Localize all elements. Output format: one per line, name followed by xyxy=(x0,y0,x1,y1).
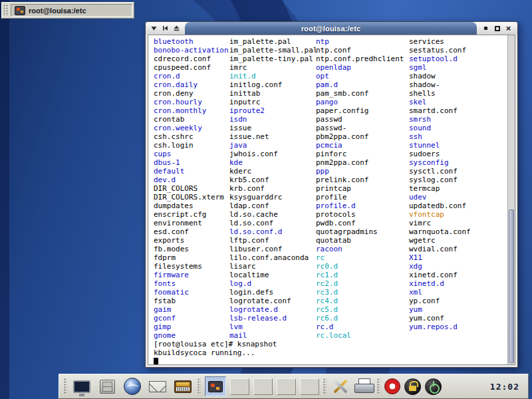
arrow-down-icon[interactable] xyxy=(150,24,158,33)
file-entry-dev.d: dev.d xyxy=(154,176,229,184)
pager-desktop-1[interactable] xyxy=(230,378,249,395)
terminal-output: bluetoothbonobo-activationcdrecord.confc… xyxy=(148,35,507,364)
file-entry-ldap.conf: ldap.conf xyxy=(229,201,317,210)
file-entry-profile.d: profile.d xyxy=(316,201,404,210)
scrollbar-thumb[interactable] xyxy=(509,209,514,363)
file-entry-pbm2ppa.conf: pbm2ppa.conf xyxy=(316,132,404,141)
terminal-screen[interactable]: bluetoothbonobo-activationcdrecord.confc… xyxy=(148,35,515,365)
file-entry-syslog.conf: syslog.conf xyxy=(409,176,471,184)
file-entry-ld.so.conf.d: ld.so.conf.d xyxy=(229,227,317,236)
file-entry-rc0.d: rc0.d xyxy=(316,262,404,271)
file-entry-termcap: termcap xyxy=(409,184,471,193)
file-entry-krb5.conf: krb5.conf xyxy=(229,176,317,184)
file-entry-rc.local: rc.local xyxy=(316,331,404,340)
file-column-1: bluetoothbonobo-activationcdrecord.confc… xyxy=(154,37,229,340)
file-entry-paper.config: paper.config xyxy=(316,106,404,115)
file-entry-logrotate.conf: logrotate.conf xyxy=(229,297,317,305)
panel-handle[interactable] xyxy=(64,378,67,394)
web-browser-icon[interactable] xyxy=(122,376,143,397)
file-entry-fdprm: fdprm xyxy=(154,253,229,262)
update-notifier-icon[interactable] xyxy=(384,378,400,394)
printer-icon[interactable] xyxy=(354,378,373,395)
file-entry-sysctl.conf: sysctl.conf xyxy=(409,167,471,176)
file-entry-log.d: log.d xyxy=(229,279,317,288)
multimedia-icon[interactable] xyxy=(172,376,194,397)
file-entry-iproute2: iproute2 xyxy=(229,106,317,115)
tools-icon[interactable] xyxy=(331,376,350,396)
wallpaper-edge xyxy=(0,0,9,399)
scrollbar-track[interactable] xyxy=(507,35,515,364)
file-entry-firmware: firmware xyxy=(154,271,229,279)
file-entry-DIR_COLORS.xterm: DIR_COLORS.xterm xyxy=(154,193,229,201)
skip-back-icon[interactable] xyxy=(161,24,170,33)
file-entry-quotatab: quotatab xyxy=(316,236,404,245)
lock-icon[interactable] xyxy=(404,378,421,395)
file-entry-logrotate.d: logrotate.d xyxy=(229,305,317,314)
file-entry-cron.daily: cron.daily xyxy=(154,80,229,89)
window-buttons: × xyxy=(477,22,517,35)
shell-prompt-line: [root@louisa etc]# ksnapshot xyxy=(154,340,277,348)
file-entry-pam.d: pam.d xyxy=(316,80,404,89)
file-column-2: im_palette.palim_palette-small.palim_pal… xyxy=(229,37,317,340)
top-taskbar: root@louisa:/etc xyxy=(1,2,134,19)
file-entry-prelink.conf: prelink.conf xyxy=(316,176,404,184)
file-entry-pam_smb.conf: pam_smb.conf xyxy=(316,89,404,98)
file-entry-pango: pango xyxy=(316,98,404,106)
file-entry-DIR_COLORS: DIR_COLORS xyxy=(154,184,229,193)
file-entry-xml: xml xyxy=(409,288,471,297)
file-entry-skel: skel xyxy=(409,98,471,106)
eject-icon[interactable] xyxy=(172,24,181,33)
file-entry-racoon: racoon xyxy=(316,245,404,253)
konsole-icon[interactable] xyxy=(205,376,226,396)
desktop-monitor-icon[interactable] xyxy=(71,376,92,397)
pager-desktop-3[interactable] xyxy=(277,378,296,395)
file-entry-ssh: ssh xyxy=(409,132,471,141)
file-entry-ntp.conf: ntp.conf xyxy=(316,46,404,55)
file-entry-csh.login: csh.login xyxy=(154,141,229,150)
pager-desktop-2[interactable] xyxy=(253,378,273,395)
file-entry-java: java xyxy=(229,141,317,150)
file-entry-profile: profile xyxy=(316,193,404,201)
taskbar-window-button[interactable]: root@louisa:/etc xyxy=(11,4,132,17)
file-entry-ppp: ppp xyxy=(316,167,404,176)
panel-handle[interactable] xyxy=(323,378,327,394)
file-entry-sudoers: sudoers xyxy=(409,150,471,158)
taskbar-handle[interactable] xyxy=(3,5,9,16)
file-entry-udev: udev xyxy=(409,193,471,201)
file-column-4: servicessestatus.confsetuptool.dsgmlshad… xyxy=(409,37,471,331)
minimize-icon[interactable] xyxy=(481,24,490,33)
file-entry-cron.hourly: cron.hourly xyxy=(154,98,229,106)
maximize-icon[interactable] xyxy=(493,24,501,33)
file-entry-X11: X11 xyxy=(409,253,471,262)
file-entry-warnquota.conf: warnquota.conf xyxy=(409,227,471,236)
terminal-cursor xyxy=(154,358,158,364)
email-icon[interactable] xyxy=(147,376,168,397)
file-entry-esd.conf: esd.conf xyxy=(154,227,229,236)
panel-handle[interactable] xyxy=(198,378,201,394)
file-entry-gimp: gimp xyxy=(154,323,229,331)
file-entry-issue.net: issue.net xyxy=(229,132,317,141)
file-entry-quotagrpadmins: quotagrpadmins xyxy=(316,227,404,236)
panel-handle[interactable] xyxy=(377,378,380,394)
file-entry-sgml: sgml xyxy=(409,63,471,72)
titlebar[interactable]: root@louisa:/etc × xyxy=(146,22,517,35)
file-entry-isdn: isdn xyxy=(229,115,317,124)
file-entry-passwd-: passwd- xyxy=(316,124,404,132)
file-entry-vfontcap: vfontcap xyxy=(409,210,471,219)
file-entry-cdrecord.conf: cdrecord.conf xyxy=(154,55,229,63)
taskbar-window-label: root@louisa:/etc xyxy=(29,7,86,15)
file-entry-filesystems: filesystems xyxy=(154,262,229,271)
clock[interactable]: 12:02 xyxy=(490,382,523,392)
file-entry-ld.so.cache: ld.so.cache xyxy=(229,210,317,219)
logout-icon[interactable] xyxy=(425,378,442,395)
file-cabinet-icon[interactable] xyxy=(96,376,118,397)
file-entry-stunnel: stunnel xyxy=(409,141,471,150)
pager-desktop-4[interactable] xyxy=(300,378,319,395)
file-entry-rc1.d: rc1.d xyxy=(316,271,404,279)
window-title[interactable]: root@louisa:/etc xyxy=(185,22,477,35)
file-entry-ntp: ntp xyxy=(316,37,404,46)
file-entry-shadow-: shadow- xyxy=(409,80,471,89)
file-entry-imrc: imrc xyxy=(229,63,317,72)
close-icon[interactable]: × xyxy=(504,24,513,33)
file-entry-lisarc: lisarc xyxy=(229,262,317,271)
